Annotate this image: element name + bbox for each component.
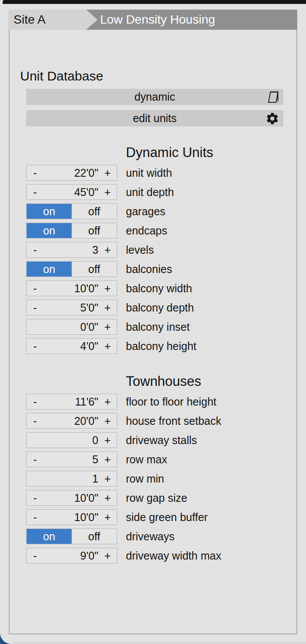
plus-button[interactable]: +	[98, 511, 117, 524]
plus-button[interactable]: +	[98, 282, 117, 295]
value-field[interactable]: 10'0"	[42, 492, 98, 504]
minus-button[interactable]: -	[27, 453, 42, 466]
plus-button[interactable]: +	[98, 415, 117, 427]
stepper-box: 0 +	[26, 432, 117, 448]
plus-button[interactable]: +	[98, 492, 117, 504]
minus-button[interactable]: -	[27, 550, 42, 562]
stepper-box: - 11'6" +	[26, 394, 117, 410]
row-label: unit width	[126, 165, 172, 181]
toggle-row: on off endcaps	[26, 223, 296, 238]
stepper-row: 0'0" + balcony inset	[26, 319, 296, 335]
row-label: row gap size	[126, 490, 187, 506]
toggle-on-button[interactable]: on	[27, 529, 72, 544]
stepper-row: - 45'0" + unit depth	[26, 184, 296, 200]
toggle-on-button[interactable]: on	[27, 223, 72, 238]
plus-button[interactable]: +	[98, 396, 117, 408]
minus-button[interactable]: -	[27, 511, 42, 524]
plus-button[interactable]: +	[98, 321, 117, 333]
stepper-row: - 20'0" + house front setback	[26, 413, 296, 429]
stepper-row: - 22'0" + unit width	[26, 165, 296, 181]
value-field[interactable]: 10'0"	[42, 282, 98, 295]
stepper-box: - 5'0" +	[26, 300, 117, 315]
stepper-row: - 10'0" + balcony width	[26, 280, 296, 296]
minus-button[interactable]: -	[27, 244, 42, 256]
unit-database-buttons: dynamic edit units	[26, 89, 283, 126]
row-label: house front setback	[126, 413, 221, 429]
value-field[interactable]: 45'0"	[42, 186, 98, 199]
plus-button[interactable]: +	[98, 186, 117, 199]
toggle-box: on off	[26, 223, 117, 238]
plus-button[interactable]: +	[98, 550, 117, 562]
minus-button[interactable]: -	[27, 396, 42, 408]
stepper-box: - 10'0" +	[26, 509, 117, 525]
row-label: floor to floor height	[126, 394, 216, 410]
dynamic-button[interactable]: dynamic	[26, 89, 283, 105]
minus-button[interactable]: -	[27, 415, 42, 427]
stepper-row: - 11'6" + floor to floor height	[26, 394, 296, 410]
plus-button[interactable]: +	[98, 472, 117, 485]
row-label: balcony width	[126, 280, 192, 296]
stepper-box: - 22'0" +	[26, 165, 117, 181]
value-field[interactable]: 1	[42, 472, 98, 485]
breadcrumb-site-tab[interactable]: Site A	[8, 10, 86, 30]
row-label: endcaps	[126, 223, 167, 238]
value-field[interactable]: 0	[42, 434, 98, 447]
toggle-off-button[interactable]: off	[72, 204, 117, 219]
stepper-box: - 45'0" +	[26, 184, 117, 200]
page-title: Low Density Housing	[100, 10, 215, 30]
stepper-box: - 5 +	[26, 452, 117, 467]
plus-button[interactable]: +	[98, 340, 117, 353]
edit-units-button-label: edit units	[133, 112, 177, 125]
window-top-bar	[3, 0, 306, 4]
value-field[interactable]: 22'0"	[42, 167, 98, 179]
minus-button[interactable]: -	[27, 301, 42, 314]
row-label: driveway width max	[126, 548, 221, 564]
plus-button[interactable]: +	[98, 453, 117, 466]
value-field[interactable]: 10'0"	[42, 511, 98, 524]
stepper-box: - 3 +	[26, 242, 117, 258]
stepper-box: - 9'0" +	[26, 548, 117, 564]
section-rows: - 11'6" + floor to floor height - 20'0" …	[26, 394, 296, 564]
minus-button[interactable]: -	[27, 167, 42, 179]
value-field[interactable]: 20'0"	[42, 415, 98, 427]
stepper-box: - 20'0" +	[26, 413, 117, 429]
value-field[interactable]: 11'6"	[42, 396, 98, 408]
row-label: garages	[126, 203, 165, 219]
stepper-row: - 4'0" + balcony height	[26, 338, 296, 354]
value-field[interactable]: 5'0"	[42, 301, 98, 314]
toggle-off-button[interactable]: off	[72, 262, 117, 276]
stepper-box: 0'0" +	[26, 319, 117, 335]
row-label: levels	[126, 242, 154, 258]
minus-button[interactable]: -	[27, 186, 42, 199]
value-field[interactable]: 5	[42, 453, 98, 466]
section-title: Dynamic Units	[126, 144, 296, 161]
toggle-off-button[interactable]: off	[72, 223, 117, 238]
row-label: balcony height	[126, 338, 196, 354]
value-field[interactable]: 4'0"	[42, 340, 98, 353]
stepper-box: - 4'0" +	[26, 338, 117, 354]
stepper-row: - 3 + levels	[26, 242, 296, 258]
stepper-row: - 10'0" + row gap size	[26, 490, 296, 506]
row-label: side green buffer	[126, 509, 208, 525]
plus-button[interactable]: +	[98, 167, 117, 179]
value-field[interactable]: 3	[42, 244, 98, 256]
plus-button[interactable]: +	[98, 301, 117, 314]
toggle-on-button[interactable]: on	[27, 204, 72, 219]
edit-units-button[interactable]: edit units	[26, 110, 283, 126]
toggle-on-button[interactable]: on	[27, 262, 72, 276]
stepper-row: - 5 + row max	[26, 452, 296, 467]
minus-button[interactable]: -	[27, 340, 42, 353]
minus-button[interactable]: -	[27, 282, 42, 295]
plus-button[interactable]: +	[98, 434, 117, 447]
stepper-box: - 10'0" +	[26, 490, 117, 506]
toggle-off-button[interactable]: off	[72, 529, 117, 544]
toggle-row: on off driveways	[26, 528, 296, 544]
plus-button[interactable]: +	[98, 244, 117, 256]
gear-icon	[265, 112, 279, 126]
stepper-row: - 5'0" + balcony depth	[26, 300, 296, 315]
settings-content: Unit Database dynamic edit units	[9, 30, 297, 634]
section-title: Townhouses	[126, 373, 296, 390]
value-field[interactable]: 0'0"	[42, 321, 98, 333]
minus-button[interactable]: -	[27, 492, 42, 504]
value-field[interactable]: 9'0"	[42, 550, 98, 562]
